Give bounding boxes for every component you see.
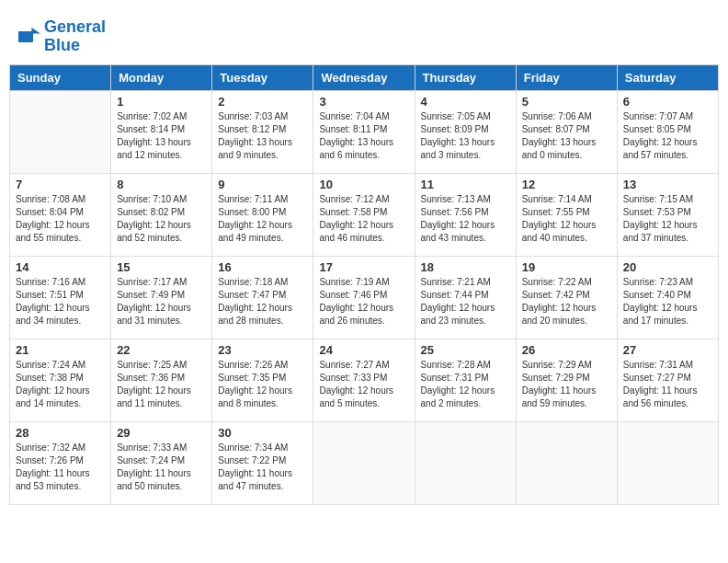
day-number: 7 [16,178,105,191]
day-number: 27 [623,343,712,357]
day-number: 17 [319,260,408,274]
weekday-header-wednesday: Wednesday [313,64,415,90]
calendar-cell: 17Sunrise: 7:19 AM Sunset: 7:46 PM Dayli… [313,256,415,339]
day-info: Sunrise: 7:31 AM Sunset: 7:27 PM Dayligh… [623,359,712,410]
calendar-cell: 2Sunrise: 7:03 AM Sunset: 8:12 PM Daylig… [212,90,313,173]
calendar-cell: 7Sunrise: 7:08 AM Sunset: 8:04 PM Daylig… [10,173,111,256]
day-info: Sunrise: 7:19 AM Sunset: 7:46 PM Dayligh… [319,276,408,327]
day-info: Sunrise: 7:26 AM Sunset: 7:35 PM Dayligh… [218,359,307,410]
calendar-week-row: 14Sunrise: 7:16 AM Sunset: 7:51 PM Dayli… [10,256,719,339]
calendar-header-row: SundayMondayTuesdayWednesdayThursdayFrid… [10,64,719,90]
day-info: Sunrise: 7:28 AM Sunset: 7:31 PM Dayligh… [421,359,510,410]
day-number: 26 [522,343,611,357]
day-number: 12 [522,178,611,191]
calendar-cell: 1Sunrise: 7:02 AM Sunset: 8:14 PM Daylig… [111,90,212,173]
day-info: Sunrise: 7:14 AM Sunset: 7:55 PM Dayligh… [522,193,611,245]
calendar-cell: 22Sunrise: 7:25 AM Sunset: 7:36 PM Dayli… [111,339,212,421]
day-number: 9 [218,178,307,191]
day-info: Sunrise: 7:08 AM Sunset: 8:04 PM Dayligh… [16,193,105,245]
calendar-cell [313,421,415,504]
calendar-cell: 12Sunrise: 7:14 AM Sunset: 7:55 PM Dayli… [516,173,617,256]
svg-rect-0 [18,31,33,42]
day-number: 19 [522,260,611,274]
calendar-cell: 11Sunrise: 7:13 AM Sunset: 7:56 PM Dayli… [415,173,516,256]
day-info: Sunrise: 7:06 AM Sunset: 8:07 PM Dayligh… [522,110,611,162]
calendar-week-row: 28Sunrise: 7:32 AM Sunset: 7:26 PM Dayli… [10,421,719,504]
calendar-cell: 15Sunrise: 7:17 AM Sunset: 7:49 PM Dayli… [111,256,212,339]
day-number: 15 [117,260,206,274]
day-info: Sunrise: 7:32 AM Sunset: 7:26 PM Dayligh… [16,442,105,493]
day-info: Sunrise: 7:17 AM Sunset: 7:49 PM Dayligh… [117,276,206,327]
calendar-table: SundayMondayTuesdayWednesdayThursdayFrid… [9,64,719,505]
calendar-cell: 29Sunrise: 7:33 AM Sunset: 7:24 PM Dayli… [111,421,212,504]
calendar-cell: 27Sunrise: 7:31 AM Sunset: 7:27 PM Dayli… [617,339,718,421]
day-number: 21 [16,343,105,357]
logo: General Blue [18,18,106,55]
day-number: 3 [319,95,408,109]
day-info: Sunrise: 7:21 AM Sunset: 7:44 PM Dayligh… [421,276,510,327]
calendar-cell: 28Sunrise: 7:32 AM Sunset: 7:26 PM Dayli… [10,421,111,504]
day-info: Sunrise: 7:03 AM Sunset: 8:12 PM Dayligh… [218,110,307,162]
day-number: 16 [218,260,307,274]
calendar-cell: 21Sunrise: 7:24 AM Sunset: 7:38 PM Dayli… [10,339,111,421]
weekday-header-monday: Monday [111,64,212,90]
day-number: 18 [421,260,510,274]
day-info: Sunrise: 7:02 AM Sunset: 8:14 PM Dayligh… [117,110,206,162]
calendar-cell: 6Sunrise: 7:07 AM Sunset: 8:05 PM Daylig… [617,90,718,173]
day-number: 30 [218,426,307,440]
day-info: Sunrise: 7:34 AM Sunset: 7:22 PM Dayligh… [218,442,307,493]
calendar-cell: 18Sunrise: 7:21 AM Sunset: 7:44 PM Dayli… [415,256,516,339]
day-info: Sunrise: 7:11 AM Sunset: 8:00 PM Dayligh… [218,193,307,245]
calendar-week-row: 1Sunrise: 7:02 AM Sunset: 8:14 PM Daylig… [10,90,719,173]
day-info: Sunrise: 7:07 AM Sunset: 8:05 PM Dayligh… [623,110,712,162]
day-number: 22 [117,343,206,357]
day-number: 13 [623,178,712,191]
day-number: 29 [117,426,206,440]
svg-marker-1 [31,28,40,33]
calendar-week-row: 7Sunrise: 7:08 AM Sunset: 8:04 PM Daylig… [10,173,719,256]
day-info: Sunrise: 7:18 AM Sunset: 7:47 PM Dayligh… [218,276,307,327]
calendar-cell: 14Sunrise: 7:16 AM Sunset: 7:51 PM Dayli… [10,256,111,339]
calendar-cell [617,421,718,504]
calendar-cell: 20Sunrise: 7:23 AM Sunset: 7:40 PM Dayli… [617,256,718,339]
calendar-cell: 25Sunrise: 7:28 AM Sunset: 7:31 PM Dayli… [415,339,516,421]
day-info: Sunrise: 7:33 AM Sunset: 7:24 PM Dayligh… [117,442,206,493]
day-number: 24 [319,343,408,357]
day-number: 25 [421,343,510,357]
logo-icon [18,28,40,46]
calendar-week-row: 21Sunrise: 7:24 AM Sunset: 7:38 PM Dayli… [10,339,719,421]
day-number: 10 [319,178,408,191]
day-number: 28 [16,426,105,440]
calendar-cell: 19Sunrise: 7:22 AM Sunset: 7:42 PM Dayli… [516,256,617,339]
day-number: 14 [16,260,105,274]
day-info: Sunrise: 7:10 AM Sunset: 8:02 PM Dayligh… [117,193,206,245]
calendar-cell: 8Sunrise: 7:10 AM Sunset: 8:02 PM Daylig… [111,173,212,256]
weekday-header-tuesday: Tuesday [212,64,313,90]
day-number: 23 [218,343,307,357]
day-info: Sunrise: 7:04 AM Sunset: 8:11 PM Dayligh… [319,110,408,162]
logo-text: General Blue [44,18,106,55]
calendar-cell [516,421,617,504]
calendar-cell: 9Sunrise: 7:11 AM Sunset: 8:00 PM Daylig… [212,173,313,256]
day-info: Sunrise: 7:29 AM Sunset: 7:29 PM Dayligh… [522,359,611,410]
day-number: 4 [421,95,510,109]
day-info: Sunrise: 7:16 AM Sunset: 7:51 PM Dayligh… [16,276,105,327]
calendar-cell: 10Sunrise: 7:12 AM Sunset: 7:58 PM Dayli… [313,173,415,256]
day-info: Sunrise: 7:05 AM Sunset: 8:09 PM Dayligh… [421,110,510,162]
header: General Blue [9,9,719,60]
calendar-cell: 23Sunrise: 7:26 AM Sunset: 7:35 PM Dayli… [212,339,313,421]
day-info: Sunrise: 7:13 AM Sunset: 7:56 PM Dayligh… [421,193,510,245]
calendar-cell: 5Sunrise: 7:06 AM Sunset: 8:07 PM Daylig… [516,90,617,173]
day-info: Sunrise: 7:15 AM Sunset: 7:53 PM Dayligh… [623,193,712,245]
calendar-cell [415,421,516,504]
day-number: 11 [421,178,510,191]
weekday-header-saturday: Saturday [617,64,718,90]
calendar-cell: 13Sunrise: 7:15 AM Sunset: 7:53 PM Dayli… [617,173,718,256]
day-number: 1 [117,95,206,109]
day-info: Sunrise: 7:27 AM Sunset: 7:33 PM Dayligh… [319,359,408,410]
day-number: 6 [623,95,712,109]
day-info: Sunrise: 7:25 AM Sunset: 7:36 PM Dayligh… [117,359,206,410]
day-number: 5 [522,95,611,109]
day-info: Sunrise: 7:23 AM Sunset: 7:40 PM Dayligh… [623,276,712,327]
calendar-cell: 24Sunrise: 7:27 AM Sunset: 7:33 PM Dayli… [313,339,415,421]
